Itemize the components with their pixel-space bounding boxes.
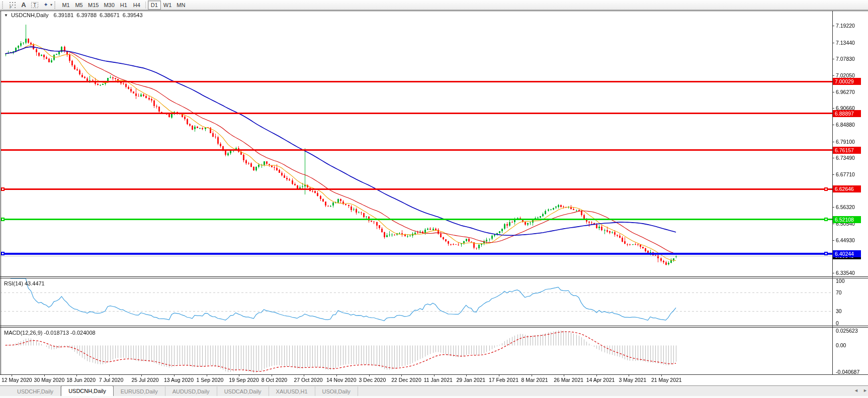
tab-usoil[interactable]: USOil,Daily bbox=[315, 386, 358, 396]
macd-signal-value: -0.024008 bbox=[70, 330, 96, 336]
date-tick bbox=[141, 375, 142, 376]
hline-6.76157[interactable] bbox=[1, 149, 832, 151]
price-tick-label: 6.96270 bbox=[836, 89, 855, 95]
price-tick-label: 6.56320 bbox=[836, 204, 855, 210]
date-tick bbox=[76, 375, 77, 376]
chart-title: ▼ USDCNH,Daily 6.39181 6.39788 6.38671 6… bbox=[4, 12, 143, 18]
chart-tabbar: USDCHF,DailyUSDCNH,DailyEURUSD,DailyAUDU… bbox=[0, 385, 868, 396]
date-label: 8 Mar 2021 bbox=[522, 377, 548, 383]
date-label: 12 May 2020 bbox=[2, 377, 32, 383]
date-tick bbox=[272, 375, 272, 376]
date-label: 3 May 2021 bbox=[619, 377, 646, 383]
date-label: 17 Feb 2021 bbox=[489, 377, 518, 383]
date-label: 27 Oct 2020 bbox=[294, 377, 322, 383]
date-label: 26 Mar 2021 bbox=[554, 377, 583, 383]
date-label: 8 Oct 2020 bbox=[262, 377, 287, 383]
date-tick bbox=[401, 375, 402, 376]
tab-usdcnh[interactable]: USDCNH,Daily bbox=[61, 385, 114, 396]
rsi-scale-30: 30 bbox=[836, 308, 842, 314]
price-chip-6.88897: 6.88897 bbox=[833, 110, 861, 117]
date-label: 14 Apr 2021 bbox=[586, 377, 615, 383]
price-tick-label: 6.84880 bbox=[836, 122, 855, 128]
date-label: 21 May 2021 bbox=[651, 377, 682, 383]
price-chip-6.62646: 6.62646 bbox=[833, 185, 861, 192]
hline-6.88897[interactable] bbox=[1, 113, 832, 114]
symbol-period-label: USDCNH,Daily bbox=[11, 12, 49, 18]
date-label: 18 Jun 2020 bbox=[66, 377, 96, 383]
date-label: 30 May 2020 bbox=[34, 377, 65, 383]
date-tick bbox=[596, 375, 597, 376]
tab-eurusd[interactable]: EURUSD,Daily bbox=[114, 386, 165, 396]
tab-xauusd[interactable]: XAUUSD,H1 bbox=[269, 386, 315, 396]
date-label: 22 Dec 2020 bbox=[391, 377, 421, 383]
price-tick-label: 6.79100 bbox=[836, 139, 855, 145]
price-tick-label: 7.19220 bbox=[836, 23, 855, 29]
tab-audusd[interactable]: AUDUSD,Daily bbox=[165, 386, 217, 396]
ohlc-high: 6.39788 bbox=[76, 12, 97, 18]
axis-separator[interactable] bbox=[832, 11, 833, 375]
date-tick bbox=[661, 375, 662, 376]
date-tick bbox=[369, 375, 370, 376]
macd-scale-0.025623: 0.025623 bbox=[836, 328, 858, 334]
chart-left-border bbox=[1, 11, 1, 375]
date-tick bbox=[434, 375, 435, 376]
date-label: 3 Dec 2020 bbox=[359, 377, 386, 383]
ohlc-close: 6.39543 bbox=[123, 12, 143, 18]
collapse-arrow-icon[interactable]: ▼ bbox=[4, 13, 8, 18]
rsi-label: RSI(14) 43.4471 bbox=[4, 280, 45, 286]
rsi-value: 43.4471 bbox=[25, 280, 45, 286]
hline-handle-right[interactable] bbox=[824, 252, 828, 255]
chart-plot-area[interactable] bbox=[0, 0, 868, 398]
macd-top-border bbox=[0, 327, 868, 328]
chart-top-border bbox=[0, 11, 868, 11]
time-axis[interactable]: 12 May 202030 May 202018 Jun 20207 Jul 2… bbox=[0, 375, 868, 385]
date-tick bbox=[499, 375, 499, 376]
tab-usdchf[interactable]: USDCHF,Daily bbox=[10, 386, 61, 396]
tab-scroll-right-icon[interactable]: ► bbox=[863, 388, 867, 393]
hline-7.00029[interactable] bbox=[1, 81, 832, 82]
date-label: 29 Jan 2021 bbox=[456, 377, 485, 383]
rsi-bottom-border[interactable] bbox=[0, 326, 868, 326]
rsi-scale-70: 70 bbox=[836, 289, 842, 295]
date-label: 25 Jul 2020 bbox=[131, 377, 158, 383]
hline-handle-left[interactable] bbox=[1, 187, 5, 191]
price-tick-label: 6.67710 bbox=[836, 171, 855, 177]
hline-6.62646[interactable] bbox=[1, 188, 832, 190]
hline-handle-right[interactable] bbox=[824, 187, 828, 191]
date-label: 14 Nov 2020 bbox=[326, 377, 357, 383]
macd-scale-0.00: 0.00 bbox=[836, 342, 846, 348]
main-bottom-border[interactable] bbox=[0, 276, 868, 277]
hline-handle-left[interactable] bbox=[1, 218, 5, 221]
price-tick-label: 7.13440 bbox=[836, 40, 855, 46]
date-tick bbox=[239, 375, 239, 376]
date-tick bbox=[304, 375, 304, 376]
hline-handle-right[interactable] bbox=[824, 218, 828, 221]
date-tick bbox=[174, 375, 175, 376]
price-chip-6.52108: 6.52108 bbox=[833, 216, 861, 223]
macd-label: MACD(12,26,9) -0.018713 -0.024008 bbox=[4, 330, 96, 336]
bid-price-line bbox=[1, 256, 832, 256]
date-label: 7 Jul 2020 bbox=[99, 377, 123, 383]
hline-6.52108[interactable] bbox=[1, 219, 832, 220]
ohlc-low: 6.38671 bbox=[100, 12, 120, 18]
date-tick bbox=[109, 375, 110, 376]
price-tick-label: 6.44930 bbox=[836, 237, 855, 243]
tab-scroll-left-icon[interactable]: ◄ bbox=[854, 388, 858, 393]
hline-6.40244[interactable] bbox=[1, 253, 832, 255]
price-tick-label: 6.73490 bbox=[836, 155, 855, 161]
hline-handle-left[interactable] bbox=[1, 252, 5, 255]
date-tick bbox=[564, 375, 564, 376]
date-tick bbox=[466, 375, 467, 376]
price-chip-6.76157: 6.76157 bbox=[833, 147, 861, 154]
ohlc-open: 6.39181 bbox=[53, 12, 73, 18]
rsi-scale-100: 100 bbox=[836, 278, 845, 284]
date-tick bbox=[12, 375, 12, 376]
date-label: 1 Sep 2020 bbox=[197, 377, 224, 383]
price-chip-7.00029: 7.00029 bbox=[833, 78, 861, 85]
date-tick bbox=[629, 375, 629, 376]
tabbar-bottom-strip bbox=[0, 396, 868, 398]
date-tick bbox=[532, 375, 532, 376]
date-tick bbox=[207, 375, 207, 376]
tab-usdcad[interactable]: USDCAD,Daily bbox=[217, 386, 269, 396]
date-label: 11 Jan 2021 bbox=[424, 377, 453, 383]
